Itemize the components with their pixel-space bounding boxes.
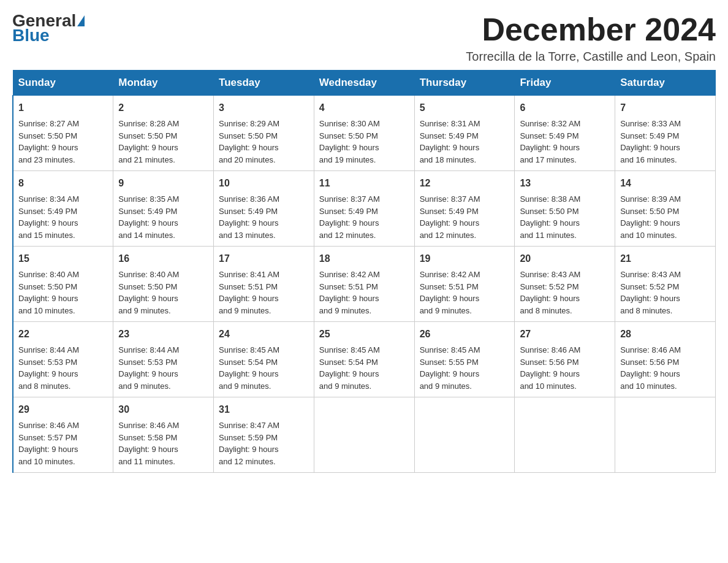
day-info: Sunrise: 8:37 AMSunset: 5:49 PMDaylight:… bbox=[420, 194, 480, 240]
month-year-title: December 2024 bbox=[466, 12, 716, 47]
day-info: Sunrise: 8:28 AMSunset: 5:50 PMDaylight:… bbox=[118, 119, 179, 164]
location-subtitle: Torrecilla de la Torre, Castille and Leo… bbox=[466, 50, 716, 64]
table-row: 18 Sunrise: 8:42 AMSunset: 5:51 PMDaylig… bbox=[314, 247, 414, 322]
day-info: Sunrise: 8:38 AMSunset: 5:50 PMDaylight:… bbox=[520, 194, 580, 240]
col-tuesday: Tuesday bbox=[214, 71, 314, 96]
table-row: 2 Sunrise: 8:28 AMSunset: 5:50 PMDayligh… bbox=[113, 96, 214, 171]
day-number: 23 bbox=[118, 327, 208, 342]
col-friday: Friday bbox=[515, 71, 615, 96]
table-row: 31 Sunrise: 8:47 AMSunset: 5:59 PMDaylig… bbox=[214, 397, 314, 473]
day-info: Sunrise: 8:45 AMSunset: 5:54 PMDaylight:… bbox=[319, 345, 380, 391]
table-row: 8 Sunrise: 8:34 AMSunset: 5:49 PMDayligh… bbox=[13, 171, 113, 247]
day-info: Sunrise: 8:40 AMSunset: 5:50 PMDaylight:… bbox=[118, 270, 179, 315]
day-info: Sunrise: 8:43 AMSunset: 5:52 PMDaylight:… bbox=[520, 270, 580, 315]
table-row: 24 Sunrise: 8:45 AMSunset: 5:54 PMDaylig… bbox=[214, 322, 314, 397]
calendar-table: Sunday Monday Tuesday Wednesday Thursday… bbox=[12, 70, 716, 473]
table-row: 19 Sunrise: 8:42 AMSunset: 5:51 PMDaylig… bbox=[414, 247, 515, 322]
calendar-week-row: 8 Sunrise: 8:34 AMSunset: 5:49 PMDayligh… bbox=[13, 171, 716, 247]
table-row: 22 Sunrise: 8:44 AMSunset: 5:53 PMDaylig… bbox=[13, 322, 113, 397]
table-row: 12 Sunrise: 8:37 AMSunset: 5:49 PMDaylig… bbox=[414, 171, 515, 247]
table-row: 1 Sunrise: 8:27 AMSunset: 5:50 PMDayligh… bbox=[13, 96, 113, 171]
table-row: 27 Sunrise: 8:46 AMSunset: 5:56 PMDaylig… bbox=[515, 322, 615, 397]
table-row: 13 Sunrise: 8:38 AMSunset: 5:50 PMDaylig… bbox=[515, 171, 615, 247]
day-number: 3 bbox=[219, 101, 309, 115]
day-number: 22 bbox=[18, 327, 108, 342]
day-info: Sunrise: 8:46 AMSunset: 5:58 PMDaylight:… bbox=[118, 421, 179, 466]
day-info: Sunrise: 8:44 AMSunset: 5:53 PMDaylight:… bbox=[18, 345, 79, 391]
day-number: 17 bbox=[219, 251, 309, 266]
table-row: 14 Sunrise: 8:39 AMSunset: 5:50 PMDaylig… bbox=[615, 171, 716, 247]
day-number: 31 bbox=[219, 402, 309, 417]
day-number: 26 bbox=[420, 327, 510, 342]
title-section: December 2024 Torrecilla de la Torre, Ca… bbox=[466, 12, 716, 64]
table-row bbox=[615, 397, 716, 473]
day-info: Sunrise: 8:45 AMSunset: 5:54 PMDaylight:… bbox=[219, 345, 279, 391]
table-row: 9 Sunrise: 8:35 AMSunset: 5:49 PMDayligh… bbox=[113, 171, 214, 247]
day-info: Sunrise: 8:44 AMSunset: 5:53 PMDaylight:… bbox=[118, 345, 179, 391]
col-sunday: Sunday bbox=[13, 71, 113, 96]
day-number: 13 bbox=[520, 176, 610, 191]
day-info: Sunrise: 8:40 AMSunset: 5:50 PMDaylight:… bbox=[18, 270, 79, 315]
table-row: 5 Sunrise: 8:31 AMSunset: 5:49 PMDayligh… bbox=[414, 96, 515, 171]
day-info: Sunrise: 8:47 AMSunset: 5:59 PMDaylight:… bbox=[219, 421, 279, 466]
table-row: 7 Sunrise: 8:33 AMSunset: 5:49 PMDayligh… bbox=[615, 96, 716, 171]
col-wednesday: Wednesday bbox=[314, 71, 414, 96]
table-row: 11 Sunrise: 8:37 AMSunset: 5:49 PMDaylig… bbox=[314, 171, 414, 247]
day-number: 20 bbox=[520, 251, 610, 266]
day-number: 5 bbox=[420, 101, 510, 115]
logo-blue: Blue bbox=[12, 27, 50, 44]
day-info: Sunrise: 8:37 AMSunset: 5:49 PMDaylight:… bbox=[319, 194, 380, 240]
calendar-week-row: 15 Sunrise: 8:40 AMSunset: 5:50 PMDaylig… bbox=[13, 247, 716, 322]
day-number: 11 bbox=[319, 176, 409, 191]
day-number: 27 bbox=[520, 327, 610, 342]
day-number: 28 bbox=[620, 327, 710, 342]
table-row: 10 Sunrise: 8:36 AMSunset: 5:49 PMDaylig… bbox=[214, 171, 314, 247]
day-info: Sunrise: 8:42 AMSunset: 5:51 PMDaylight:… bbox=[319, 270, 380, 315]
day-info: Sunrise: 8:45 AMSunset: 5:55 PMDaylight:… bbox=[420, 345, 480, 391]
col-saturday: Saturday bbox=[615, 71, 716, 96]
table-row bbox=[414, 397, 515, 473]
table-row: 6 Sunrise: 8:32 AMSunset: 5:49 PMDayligh… bbox=[515, 96, 615, 171]
day-info: Sunrise: 8:46 AMSunset: 5:57 PMDaylight:… bbox=[18, 421, 79, 466]
day-number: 21 bbox=[620, 251, 710, 266]
day-number: 6 bbox=[520, 101, 610, 115]
day-info: Sunrise: 8:36 AMSunset: 5:49 PMDaylight:… bbox=[219, 194, 279, 240]
day-number: 10 bbox=[219, 176, 309, 191]
day-number: 19 bbox=[420, 251, 510, 266]
day-number: 2 bbox=[118, 101, 208, 115]
day-number: 4 bbox=[319, 101, 409, 115]
calendar-week-row: 1 Sunrise: 8:27 AMSunset: 5:50 PMDayligh… bbox=[13, 96, 716, 171]
table-row bbox=[515, 397, 615, 473]
day-info: Sunrise: 8:31 AMSunset: 5:49 PMDaylight:… bbox=[420, 119, 480, 164]
day-info: Sunrise: 8:29 AMSunset: 5:50 PMDaylight:… bbox=[219, 119, 279, 164]
table-row: 16 Sunrise: 8:40 AMSunset: 5:50 PMDaylig… bbox=[113, 247, 214, 322]
logo-triangle-icon bbox=[77, 15, 85, 26]
day-info: Sunrise: 8:27 AMSunset: 5:50 PMDaylight:… bbox=[18, 119, 79, 164]
logo: General Blue bbox=[12, 12, 85, 44]
day-number: 9 bbox=[118, 176, 208, 191]
day-number: 16 bbox=[118, 251, 208, 266]
table-row: 29 Sunrise: 8:46 AMSunset: 5:57 PMDaylig… bbox=[13, 397, 113, 473]
table-row: 17 Sunrise: 8:41 AMSunset: 5:51 PMDaylig… bbox=[214, 247, 314, 322]
day-info: Sunrise: 8:32 AMSunset: 5:49 PMDaylight:… bbox=[520, 119, 580, 164]
table-row: 3 Sunrise: 8:29 AMSunset: 5:50 PMDayligh… bbox=[214, 96, 314, 171]
table-row bbox=[314, 397, 414, 473]
table-row: 25 Sunrise: 8:45 AMSunset: 5:54 PMDaylig… bbox=[314, 322, 414, 397]
day-info: Sunrise: 8:46 AMSunset: 5:56 PMDaylight:… bbox=[520, 345, 580, 391]
table-row: 15 Sunrise: 8:40 AMSunset: 5:50 PMDaylig… bbox=[13, 247, 113, 322]
col-monday: Monday bbox=[113, 71, 214, 96]
day-info: Sunrise: 8:34 AMSunset: 5:49 PMDaylight:… bbox=[18, 194, 79, 240]
calendar-week-row: 29 Sunrise: 8:46 AMSunset: 5:57 PMDaylig… bbox=[13, 397, 716, 473]
day-info: Sunrise: 8:39 AMSunset: 5:50 PMDaylight:… bbox=[620, 194, 681, 240]
day-number: 18 bbox=[319, 251, 409, 266]
day-number: 14 bbox=[620, 176, 710, 191]
table-row: 28 Sunrise: 8:46 AMSunset: 5:56 PMDaylig… bbox=[615, 322, 716, 397]
day-number: 12 bbox=[420, 176, 510, 191]
table-row: 26 Sunrise: 8:45 AMSunset: 5:55 PMDaylig… bbox=[414, 322, 515, 397]
table-row: 30 Sunrise: 8:46 AMSunset: 5:58 PMDaylig… bbox=[113, 397, 214, 473]
day-number: 30 bbox=[118, 402, 208, 417]
day-info: Sunrise: 8:35 AMSunset: 5:49 PMDaylight:… bbox=[118, 194, 179, 240]
day-info: Sunrise: 8:41 AMSunset: 5:51 PMDaylight:… bbox=[219, 270, 279, 315]
day-number: 15 bbox=[18, 251, 108, 266]
day-info: Sunrise: 8:30 AMSunset: 5:50 PMDaylight:… bbox=[319, 119, 380, 164]
